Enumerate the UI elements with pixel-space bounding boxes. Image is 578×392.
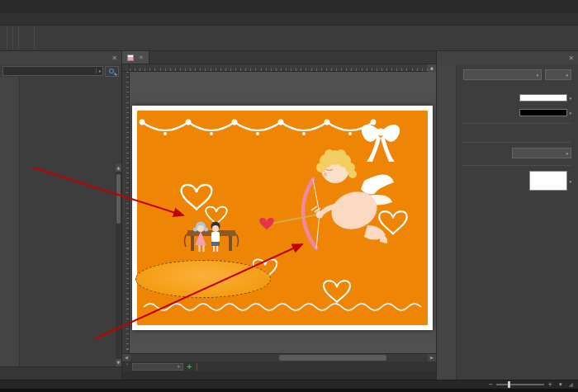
scroll-down-icon[interactable]: ▼ [116,359,121,366]
window-edge [0,389,578,392]
spacing-select[interactable]: ▾ [512,148,571,158]
chevron-down-icon[interactable]: ▾ [569,179,571,184]
document-tab-bar: ✕ [122,51,436,64]
title-ellipse[interactable] [135,260,271,298]
scroll-left-icon[interactable]: ◀ [122,354,130,361]
title-bar [0,0,578,13]
theme-color-swatches [19,26,29,50]
canvas-area: ✕ ▲ [122,51,436,380]
couple-on-bench-art [184,222,238,253]
editing-group [35,26,45,50]
chevron-up-icon[interactable]: ˄ [126,363,129,370]
zoom-slider-thumb[interactable] [508,381,510,388]
chevron-down-icon: ▾ [533,73,538,78]
theme-tools-group [29,26,35,50]
vertical-ruler [122,72,130,353]
fill-palette-bar [122,371,436,380]
symbol-grid [20,164,116,366]
application-window: ✕ ▾ ▲ ▼ [0,0,578,392]
scroll-right-icon[interactable]: ▶ [428,354,436,361]
font-panel: ✕ ▾ ▾ [436,51,578,380]
resize-grip[interactable]: ◢ [569,381,573,388]
tools-group [7,26,13,50]
garland-dots [140,120,377,135]
status-bar: − + ▾ ◢ [0,380,578,389]
chevron-down-icon: ▾ [178,364,180,369]
chevron-down-icon: ▾ [563,151,568,156]
ruler-collapse-button[interactable]: ▲ [428,64,436,72]
cupid-art [259,149,394,248]
garland-border [142,122,373,130]
page-select[interactable]: ▾ [132,363,183,371]
ribbon [0,26,578,51]
libraries-panel: ✕ ▾ ▲ ▼ [0,51,122,380]
horizontal-ruler [130,64,436,72]
page-tab-bar: ˄ ▾ + | [122,361,436,371]
valentine-card[interactable] [137,111,428,325]
chevron-down-icon[interactable]: ▾ [569,111,571,116]
font-size-select[interactable]: ▾ [545,69,571,80]
add-page-button[interactable]: + [187,362,193,371]
search-icon [109,68,114,73]
search-input[interactable] [3,68,96,74]
canvas-viewport[interactable] [130,72,436,353]
document-page[interactable] [132,106,433,330]
sidebar-tool-strip [437,64,457,380]
horizontal-scrollbar[interactable]: ◀ ▶ [122,353,436,361]
ruler-corner [122,64,130,72]
text-color-swatch[interactable] [519,94,567,102]
close-icon[interactable]: ✕ [568,54,574,62]
chevron-down-icon[interactable]: ▾ [559,381,562,388]
library-category-strip [0,78,20,366]
zoom-out-button[interactable]: − [488,381,493,388]
clipboard-group [2,26,7,50]
chevron-down-icon[interactable]: ▾ [569,96,571,101]
close-icon[interactable]: ✕ [139,54,144,61]
wave-border [144,304,421,310]
scroll-up-icon[interactable]: ▲ [116,164,121,172]
bullet-select[interactable] [529,171,567,191]
zoom-in-button[interactable]: + [547,381,552,388]
font-family-select[interactable]: ▾ [463,69,542,80]
arrange-group [13,26,19,50]
ribbon-bow [362,125,400,162]
chevron-down-icon: ▾ [563,73,568,78]
highlight-color-swatch[interactable] [519,109,567,116]
scrollbar-thumb[interactable] [279,355,386,361]
document-tab[interactable]: ✕ [122,51,149,64]
menu-bar [0,13,578,26]
close-icon[interactable]: ✕ [111,54,117,62]
fill-palette [127,372,436,379]
symbol-scrollbar[interactable]: ▲ ▼ [116,164,121,366]
document-icon [127,54,134,61]
library-search-input[interactable]: ▾ [2,66,103,76]
zoom-slider[interactable] [496,384,544,385]
scrollbar-thumb[interactable] [116,174,121,224]
chevron-down-icon[interactable]: ▾ [96,68,102,73]
left-panel-tabs [0,366,121,380]
search-button[interactable] [105,66,119,77]
